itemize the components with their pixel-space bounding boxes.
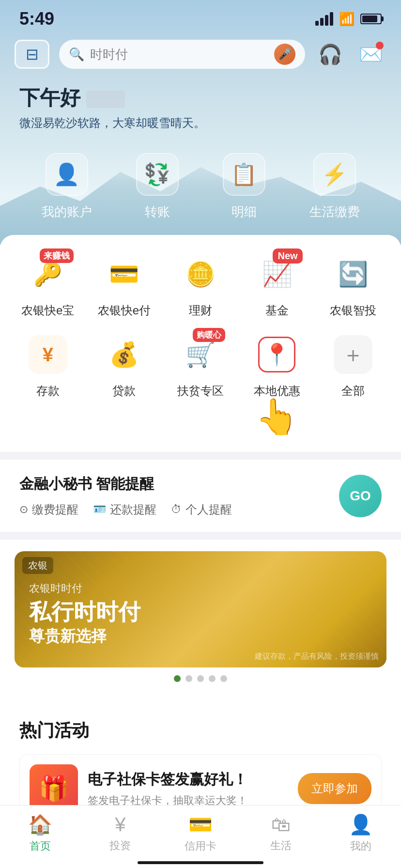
repay-icon: 🪪 (93, 503, 106, 516)
mic-button[interactable]: 🎤 (274, 44, 295, 65)
fupin-icon: 🛒 (185, 341, 216, 369)
section-divider-1 (0, 452, 401, 460)
all-label: 全部 (341, 383, 365, 399)
greeting-text: 下午好 (19, 84, 382, 111)
gounaixin-badge: 购暖心 (193, 328, 225, 342)
quick-action-transfer[interactable]: 💱 转账 (136, 153, 179, 220)
licai-icon-wrap: 🪙 (179, 252, 222, 296)
quick-action-account[interactable]: 👤 我的账户 (42, 153, 92, 220)
dot-2[interactable] (185, 675, 192, 682)
laiqian-badge: 来赚钱 (40, 248, 74, 263)
feature-row-1: 🔑 来赚钱 农银快e宝 💳 农银快e付 🪙 理财 (0, 252, 401, 328)
mic-icon: 🎤 (278, 48, 292, 61)
dot-4[interactable] (209, 675, 216, 682)
feature-kuaiyifu[interactable]: 💳 农银快e付 (90, 252, 158, 318)
credit-icon: 💳 (188, 813, 213, 836)
quick-action-pay[interactable]: ⚡ 生活缴费 (309, 153, 360, 220)
jijin-label: 基金 (265, 303, 289, 318)
banner-card[interactable]: 农银 农银时时付 私行时时付 尊贵新选择 建议存款，产品有风险，投资须谨慎 (15, 551, 386, 667)
headphone-icon: 🎧 (318, 43, 342, 66)
feature-fupin[interactable]: 🛒 购暖心 扶贫专区 (167, 333, 234, 399)
personal-label: 个人提醒 (185, 502, 232, 517)
feature-licai[interactable]: 🪙 理财 (167, 252, 234, 318)
zhitou-label: 农银智投 (330, 303, 376, 318)
feature-all[interactable]: ＋ 全部 (319, 333, 387, 399)
pay-icon: ⚡ (321, 162, 348, 187)
cunkuan-icon-bg: ¥ (29, 335, 67, 374)
feature-zhitou[interactable]: 🔄 农银智投 (319, 252, 387, 318)
signal-bars-icon (315, 12, 333, 26)
home-label: 首页 (30, 839, 51, 853)
life-label: 生活 (270, 838, 292, 853)
status-icons: 📶 (315, 12, 382, 27)
fin-secretary-left: 金融小秘书 智能提醒 ⊙ 缴费提醒 🪪 还款提醒 ⏱ 个人提醒 (19, 474, 339, 517)
feature-kuaiyibao[interactable]: 🔑 来赚钱 农银快e宝 (14, 252, 82, 318)
activity-icon: 🎁 (39, 775, 69, 803)
logo-button[interactable]: ⊟ (15, 40, 49, 69)
new-badge: New (273, 248, 302, 264)
activity-join-button[interactable]: 立即参加 (298, 773, 371, 804)
fin-sec-items: ⊙ 缴费提醒 🪪 还款提醒 ⏱ 个人提醒 (19, 502, 339, 517)
daikuan-icon: 💰 (109, 341, 139, 369)
kuaiyibao-icon-wrap: 🔑 来赚钱 (26, 252, 70, 296)
detail-icon: 📋 (231, 162, 257, 187)
jijin-icon: 📈 (262, 260, 292, 288)
feature-cunkuan[interactable]: ¥ 存款 (14, 333, 82, 399)
headphone-button[interactable]: 🎧 (315, 39, 346, 70)
transfer-icon-wrap: 💱 (136, 153, 179, 196)
feature-daikuan[interactable]: 💰 贷款 (90, 333, 158, 399)
kuaiyibao-icon: 🔑 (33, 261, 62, 288)
zhitou-icon: 🔄 (338, 260, 368, 288)
mine-icon: 👤 (349, 813, 373, 836)
quick-action-detail[interactable]: 📋 明细 (223, 153, 265, 220)
activity-title: 电子社保卡签发赢好礼！ (88, 770, 288, 790)
banner-section: 农银 农银时时付 私行时时付 尊贵新选择 建议存款，产品有风险，投资须谨慎 (0, 540, 401, 694)
banner-small-text: 农银时时付 (29, 581, 140, 596)
fin-sec-item-fee[interactable]: ⊙ 缴费提醒 (19, 502, 78, 517)
hot-title: 热门活动 (19, 719, 382, 743)
all-icon-bg: ＋ (334, 335, 372, 374)
kuaiyibao-label: 农银快e宝 (21, 303, 74, 318)
invest-label: 投资 (109, 838, 131, 853)
kuaiyifu-icon-wrap: 💳 (102, 252, 146, 296)
go-button[interactable]: GO (339, 475, 382, 517)
search-placeholder: 时时付 (90, 46, 268, 63)
fin-sec-item-repay[interactable]: 🪪 还款提醒 (93, 502, 156, 517)
credit-label: 信用卡 (185, 839, 216, 853)
nav-mine[interactable]: 👤 我的 (327, 813, 395, 853)
all-icon-wrap: ＋ (331, 333, 375, 376)
dot-5[interactable] (220, 675, 227, 682)
repay-label: 还款提醒 (110, 502, 156, 517)
feature-jijin[interactable]: 📈 New 基金 (243, 252, 311, 318)
bottom-nav: 🏠 首页 ¥ 投资 💳 信用卡 🛍 生活 👤 我的 (0, 805, 401, 868)
main-card: 🔑 来赚钱 农银快e宝 💳 农银快e付 🪙 理财 (0, 235, 401, 868)
quick-actions: 👤 我的账户 💱 转账 📋 明细 ⚡ 生活缴费 (0, 139, 401, 245)
fee-icon: ⊙ (19, 503, 28, 516)
fupin-icon-wrap: 🛒 购暖心 (179, 333, 222, 376)
dot-3[interactable] (197, 675, 204, 682)
licai-icon: 🪙 (185, 260, 216, 288)
cunkuan-icon: ¥ (43, 344, 53, 366)
banner-text-left: 农银时时付 私行时时付 尊贵新选择 (29, 581, 140, 647)
banner-title-line2: 尊贵新选择 (29, 626, 140, 647)
nav-life[interactable]: 🛍 生活 (247, 814, 315, 853)
dot-1[interactable] (174, 675, 181, 682)
fupin-label: 扶贫专区 (177, 383, 224, 399)
pay-icon-wrap: ⚡ (313, 153, 356, 196)
mail-button[interactable]: ✉️ (355, 39, 386, 70)
status-time: 5:49 (19, 9, 54, 29)
account-icon: 👤 (53, 162, 80, 187)
search-box[interactable]: 🔍 时时付 🎤 (59, 40, 305, 69)
licai-label: 理财 (189, 303, 212, 318)
status-bar: 5:49 📶 (0, 0, 401, 34)
feature-local[interactable]: 📍 本地优惠 👆 (243, 333, 311, 399)
nav-invest[interactable]: ¥ 投资 (86, 814, 154, 853)
account-label: 我的账户 (42, 203, 92, 220)
home-indicator (138, 861, 263, 864)
jijin-icon-wrap: 📈 New (255, 252, 299, 296)
local-icon: 📍 (263, 342, 290, 366)
nav-home[interactable]: 🏠 首页 (6, 813, 74, 853)
fin-sec-item-personal[interactable]: ⏱ 个人提醒 (171, 502, 232, 517)
nav-credit[interactable]: 💳 信用卡 (167, 813, 234, 853)
pay-label: 生活缴费 (309, 203, 360, 220)
